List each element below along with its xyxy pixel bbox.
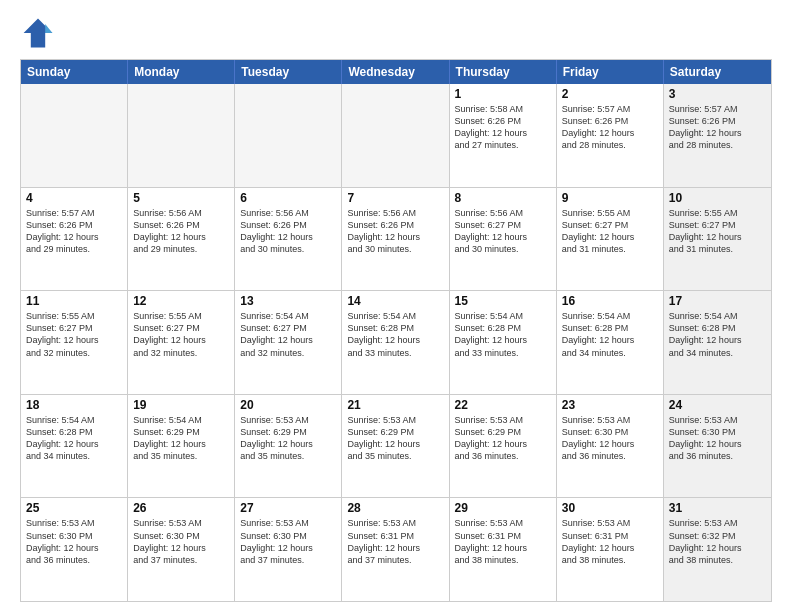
day-number: 19 <box>133 398 229 412</box>
day-info: Sunrise: 5:54 AM Sunset: 6:28 PM Dayligh… <box>347 310 443 359</box>
calendar-cell: 12Sunrise: 5:55 AM Sunset: 6:27 PM Dayli… <box>128 291 235 394</box>
day-info: Sunrise: 5:53 AM Sunset: 6:30 PM Dayligh… <box>133 517 229 566</box>
page: SundayMondayTuesdayWednesdayThursdayFrid… <box>0 0 792 612</box>
day-info: Sunrise: 5:56 AM Sunset: 6:26 PM Dayligh… <box>240 207 336 256</box>
calendar-cell: 18Sunrise: 5:54 AM Sunset: 6:28 PM Dayli… <box>21 395 128 498</box>
day-info: Sunrise: 5:53 AM Sunset: 6:29 PM Dayligh… <box>347 414 443 463</box>
logo <box>20 15 60 51</box>
day-info: Sunrise: 5:55 AM Sunset: 6:27 PM Dayligh… <box>133 310 229 359</box>
day-info: Sunrise: 5:53 AM Sunset: 6:29 PM Dayligh… <box>240 414 336 463</box>
calendar-cell: 16Sunrise: 5:54 AM Sunset: 6:28 PM Dayli… <box>557 291 664 394</box>
calendar-cell: 4Sunrise: 5:57 AM Sunset: 6:26 PM Daylig… <box>21 188 128 291</box>
day-number: 29 <box>455 501 551 515</box>
calendar-cell: 20Sunrise: 5:53 AM Sunset: 6:29 PM Dayli… <box>235 395 342 498</box>
day-info: Sunrise: 5:53 AM Sunset: 6:30 PM Dayligh… <box>562 414 658 463</box>
calendar-cell: 25Sunrise: 5:53 AM Sunset: 6:30 PM Dayli… <box>21 498 128 601</box>
header-day-monday: Monday <box>128 60 235 84</box>
calendar-week-5: 25Sunrise: 5:53 AM Sunset: 6:30 PM Dayli… <box>21 497 771 601</box>
header <box>20 15 772 51</box>
day-number: 13 <box>240 294 336 308</box>
day-number: 12 <box>133 294 229 308</box>
calendar-cell: 9Sunrise: 5:55 AM Sunset: 6:27 PM Daylig… <box>557 188 664 291</box>
day-number: 4 <box>26 191 122 205</box>
day-info: Sunrise: 5:53 AM Sunset: 6:31 PM Dayligh… <box>347 517 443 566</box>
calendar-cell: 21Sunrise: 5:53 AM Sunset: 6:29 PM Dayli… <box>342 395 449 498</box>
day-number: 21 <box>347 398 443 412</box>
day-number: 2 <box>562 87 658 101</box>
day-info: Sunrise: 5:53 AM Sunset: 6:31 PM Dayligh… <box>562 517 658 566</box>
day-info: Sunrise: 5:54 AM Sunset: 6:28 PM Dayligh… <box>669 310 766 359</box>
day-number: 22 <box>455 398 551 412</box>
day-info: Sunrise: 5:54 AM Sunset: 6:27 PM Dayligh… <box>240 310 336 359</box>
day-info: Sunrise: 5:56 AM Sunset: 6:27 PM Dayligh… <box>455 207 551 256</box>
header-day-friday: Friday <box>557 60 664 84</box>
day-info: Sunrise: 5:57 AM Sunset: 6:26 PM Dayligh… <box>26 207 122 256</box>
day-number: 5 <box>133 191 229 205</box>
calendar-cell <box>21 84 128 187</box>
header-day-tuesday: Tuesday <box>235 60 342 84</box>
day-number: 18 <box>26 398 122 412</box>
calendar-cell: 28Sunrise: 5:53 AM Sunset: 6:31 PM Dayli… <box>342 498 449 601</box>
day-info: Sunrise: 5:53 AM Sunset: 6:30 PM Dayligh… <box>26 517 122 566</box>
calendar-cell: 26Sunrise: 5:53 AM Sunset: 6:30 PM Dayli… <box>128 498 235 601</box>
calendar-week-2: 4Sunrise: 5:57 AM Sunset: 6:26 PM Daylig… <box>21 187 771 291</box>
calendar-week-1: 1Sunrise: 5:58 AM Sunset: 6:26 PM Daylig… <box>21 84 771 187</box>
calendar-cell: 8Sunrise: 5:56 AM Sunset: 6:27 PM Daylig… <box>450 188 557 291</box>
calendar-cell: 31Sunrise: 5:53 AM Sunset: 6:32 PM Dayli… <box>664 498 771 601</box>
day-info: Sunrise: 5:54 AM Sunset: 6:29 PM Dayligh… <box>133 414 229 463</box>
day-info: Sunrise: 5:56 AM Sunset: 6:26 PM Dayligh… <box>133 207 229 256</box>
day-number: 16 <box>562 294 658 308</box>
day-number: 20 <box>240 398 336 412</box>
logo-icon <box>20 15 56 51</box>
calendar-cell: 13Sunrise: 5:54 AM Sunset: 6:27 PM Dayli… <box>235 291 342 394</box>
calendar-header: SundayMondayTuesdayWednesdayThursdayFrid… <box>21 60 771 84</box>
day-info: Sunrise: 5:58 AM Sunset: 6:26 PM Dayligh… <box>455 103 551 152</box>
calendar-cell: 27Sunrise: 5:53 AM Sunset: 6:30 PM Dayli… <box>235 498 342 601</box>
calendar-cell: 22Sunrise: 5:53 AM Sunset: 6:29 PM Dayli… <box>450 395 557 498</box>
calendar-cell: 17Sunrise: 5:54 AM Sunset: 6:28 PM Dayli… <box>664 291 771 394</box>
calendar-week-4: 18Sunrise: 5:54 AM Sunset: 6:28 PM Dayli… <box>21 394 771 498</box>
day-number: 10 <box>669 191 766 205</box>
calendar-cell: 24Sunrise: 5:53 AM Sunset: 6:30 PM Dayli… <box>664 395 771 498</box>
calendar: SundayMondayTuesdayWednesdayThursdayFrid… <box>20 59 772 602</box>
day-info: Sunrise: 5:53 AM Sunset: 6:32 PM Dayligh… <box>669 517 766 566</box>
calendar-cell: 7Sunrise: 5:56 AM Sunset: 6:26 PM Daylig… <box>342 188 449 291</box>
day-number: 9 <box>562 191 658 205</box>
day-info: Sunrise: 5:54 AM Sunset: 6:28 PM Dayligh… <box>455 310 551 359</box>
day-number: 1 <box>455 87 551 101</box>
calendar-cell: 3Sunrise: 5:57 AM Sunset: 6:26 PM Daylig… <box>664 84 771 187</box>
calendar-cell <box>235 84 342 187</box>
day-number: 28 <box>347 501 443 515</box>
calendar-cell: 11Sunrise: 5:55 AM Sunset: 6:27 PM Dayli… <box>21 291 128 394</box>
header-day-saturday: Saturday <box>664 60 771 84</box>
day-info: Sunrise: 5:54 AM Sunset: 6:28 PM Dayligh… <box>26 414 122 463</box>
calendar-cell: 23Sunrise: 5:53 AM Sunset: 6:30 PM Dayli… <box>557 395 664 498</box>
calendar-cell <box>128 84 235 187</box>
day-info: Sunrise: 5:56 AM Sunset: 6:26 PM Dayligh… <box>347 207 443 256</box>
header-day-thursday: Thursday <box>450 60 557 84</box>
day-info: Sunrise: 5:57 AM Sunset: 6:26 PM Dayligh… <box>669 103 766 152</box>
calendar-cell: 6Sunrise: 5:56 AM Sunset: 6:26 PM Daylig… <box>235 188 342 291</box>
day-number: 3 <box>669 87 766 101</box>
calendar-body: 1Sunrise: 5:58 AM Sunset: 6:26 PM Daylig… <box>21 84 771 601</box>
calendar-cell: 1Sunrise: 5:58 AM Sunset: 6:26 PM Daylig… <box>450 84 557 187</box>
calendar-cell: 14Sunrise: 5:54 AM Sunset: 6:28 PM Dayli… <box>342 291 449 394</box>
day-number: 15 <box>455 294 551 308</box>
calendar-cell: 10Sunrise: 5:55 AM Sunset: 6:27 PM Dayli… <box>664 188 771 291</box>
day-number: 7 <box>347 191 443 205</box>
day-number: 6 <box>240 191 336 205</box>
day-info: Sunrise: 5:55 AM Sunset: 6:27 PM Dayligh… <box>26 310 122 359</box>
day-info: Sunrise: 5:53 AM Sunset: 6:30 PM Dayligh… <box>240 517 336 566</box>
day-number: 25 <box>26 501 122 515</box>
day-info: Sunrise: 5:54 AM Sunset: 6:28 PM Dayligh… <box>562 310 658 359</box>
calendar-cell: 19Sunrise: 5:54 AM Sunset: 6:29 PM Dayli… <box>128 395 235 498</box>
day-info: Sunrise: 5:57 AM Sunset: 6:26 PM Dayligh… <box>562 103 658 152</box>
day-number: 24 <box>669 398 766 412</box>
calendar-cell: 5Sunrise: 5:56 AM Sunset: 6:26 PM Daylig… <box>128 188 235 291</box>
header-day-wednesday: Wednesday <box>342 60 449 84</box>
day-number: 14 <box>347 294 443 308</box>
day-number: 31 <box>669 501 766 515</box>
day-info: Sunrise: 5:53 AM Sunset: 6:29 PM Dayligh… <box>455 414 551 463</box>
day-number: 8 <box>455 191 551 205</box>
day-info: Sunrise: 5:55 AM Sunset: 6:27 PM Dayligh… <box>669 207 766 256</box>
